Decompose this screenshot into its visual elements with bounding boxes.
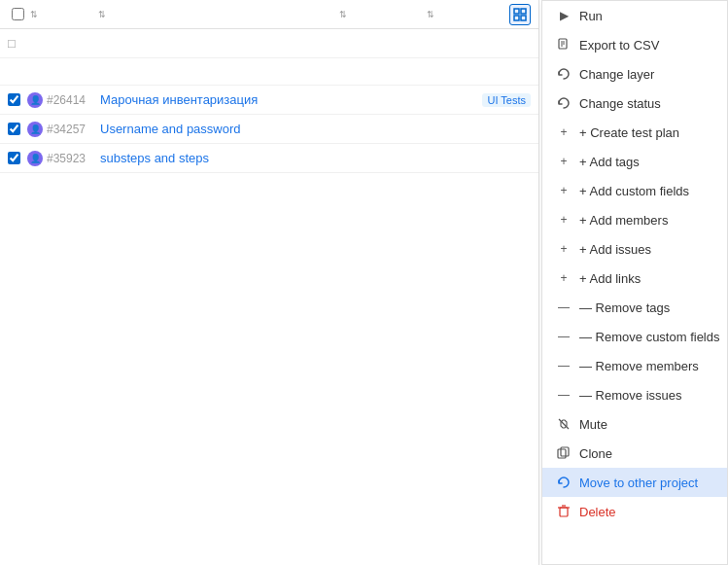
table-header: ⇅ ⇅ ⇅ ⇅ <box>0 0 538 29</box>
menu-item-delete[interactable]: Delete <box>542 497 727 526</box>
menu-item-clone[interactable]: Clone <box>542 439 727 468</box>
checkbox-input-1[interactable] <box>8 123 20 135</box>
name-sort-icon: ⇅ <box>98 10 106 19</box>
row-id-2: #35923 <box>47 152 100 165</box>
add-testcase-row[interactable] <box>0 58 538 86</box>
main-table-area: ⇅ ⇅ ⇅ ⇅ □ <box>0 0 539 565</box>
svg-rect-2 <box>514 16 519 20</box>
remove_custom_fields-minus-icon: — <box>556 329 572 344</box>
menu-item-remove_issues[interactable]: —— Remove issues <box>542 380 727 409</box>
menu-label-add_links: + Add links <box>579 271 641 286</box>
remove_members-minus-icon: — <box>556 358 572 373</box>
menu-label-move_to_other: Move to other project <box>579 476 698 490</box>
svg-rect-9 <box>558 449 566 458</box>
delete-icon <box>556 504 572 519</box>
remove_tags-minus-icon: — <box>556 300 572 315</box>
select-all-checkbox[interactable] <box>12 8 24 20</box>
row-checkbox-0[interactable] <box>8 93 27 106</box>
row-checkbox-2[interactable] <box>8 152 27 164</box>
menu-label-remove_custom_fields: — Remove custom fields <box>579 330 720 344</box>
svg-rect-11 <box>560 508 568 516</box>
row-name-2[interactable]: substeps and steps <box>100 151 531 165</box>
context-menu: ▶Run Export to CSV Change layer Change s… <box>541 0 728 565</box>
table-row[interactable]: 👤 #34257 Username and password <box>0 115 538 144</box>
user-avatar-2: 👤 <box>27 151 43 166</box>
checkbox-input-0[interactable] <box>8 93 20 106</box>
menu-label-change_layer: Change layer <box>579 67 654 82</box>
status-sort-icon: ⇅ <box>339 10 347 19</box>
menu-item-change_layer[interactable]: Change layer <box>542 59 727 88</box>
checkbox-input-2[interactable] <box>8 152 20 164</box>
data-rows-container: 👤 #26414 Марочная инвентаризация UI Test… <box>0 86 538 173</box>
menu-item-export_csv[interactable]: Export to CSV <box>542 30 727 59</box>
create_test_plan-plus-icon: + <box>556 124 572 140</box>
add_custom_fields-plus-icon: + <box>556 183 572 198</box>
menu-label-add_tags: + Add tags <box>579 155 640 169</box>
header-status[interactable]: ⇅ <box>336 10 424 19</box>
menu-label-delete: Delete <box>579 505 616 519</box>
menu-label-mute: Mute <box>579 417 607 432</box>
menu-label-clone: Clone <box>579 446 612 461</box>
menu-label-remove_tags: — Remove tags <box>579 300 670 315</box>
menu-label-add_issues: + Add issues <box>579 242 651 257</box>
menu-item-add_links[interactable]: ++ Add links <box>542 264 727 293</box>
change_layer-icon <box>556 66 572 82</box>
menu-label-remove_issues: — Remove issues <box>579 388 681 403</box>
menu-item-add_tags[interactable]: ++ Add tags <box>542 147 727 176</box>
svg-rect-1 <box>521 9 526 14</box>
add_members-plus-icon: + <box>556 212 572 228</box>
row-id-0: #26414 <box>47 93 100 107</box>
id-sort-icon: ⇅ <box>30 10 38 19</box>
add_issues-plus-icon: + <box>556 241 572 257</box>
menu-label-run: Run <box>579 9 603 23</box>
row-id-1: #34257 <box>47 123 100 136</box>
menu-label-export_csv: Export to CSV <box>579 38 659 53</box>
grid-icon <box>513 8 527 21</box>
change_status-icon <box>556 95 572 111</box>
menu-item-add_members[interactable]: ++ Add members <box>542 205 727 234</box>
menu-label-change_status: Change status <box>579 96 661 111</box>
folder-icon: □ <box>8 36 16 51</box>
svg-rect-10 <box>561 447 569 456</box>
menu-item-remove_members[interactable]: —— Remove members <box>542 351 727 380</box>
add_links-plus-icon: + <box>556 270 572 286</box>
clone-icon <box>556 445 572 461</box>
svg-rect-3 <box>521 16 526 20</box>
menu-item-mute[interactable]: Mute <box>542 409 727 439</box>
row-name-0[interactable]: Марочная инвентаризация <box>100 92 476 107</box>
remove_issues-minus-icon: — <box>556 387 572 403</box>
header-id[interactable]: ⇅ <box>27 10 95 19</box>
table-row[interactable]: 👤 #35923 substeps and steps <box>0 144 538 173</box>
table-row[interactable]: 👤 #26414 Марочная инвентаризация UI Test… <box>0 86 538 115</box>
menu-item-add_custom_fields[interactable]: ++ Add custom fields <box>542 176 727 205</box>
feature-row[interactable]: □ <box>0 29 538 58</box>
row-checkbox-1[interactable] <box>8 123 27 135</box>
export-icon <box>556 37 572 53</box>
menu-label-add_custom_fields: + Add custom fields <box>579 184 689 198</box>
tag-badge-0: UI Tests <box>482 93 531 107</box>
header-checkbox[interactable] <box>8 8 27 20</box>
menu-item-remove_custom_fields[interactable]: —— Remove custom fields <box>542 322 727 351</box>
date-sort-icon: ⇅ <box>427 10 434 19</box>
menu-item-add_issues[interactable]: ++ Add issues <box>542 234 727 264</box>
menu-label-remove_members: — Remove members <box>579 359 699 373</box>
svg-rect-0 <box>514 9 519 14</box>
add_tags-plus-icon: + <box>556 154 572 169</box>
menu-item-change_status[interactable]: Change status <box>542 88 727 118</box>
user-avatar-1: 👤 <box>27 122 43 137</box>
header-name[interactable]: ⇅ <box>95 10 336 19</box>
row-name-1[interactable]: Username and password <box>100 122 531 136</box>
user-avatar-0: 👤 <box>27 92 43 108</box>
menu-item-move_to_other[interactable]: Move to other project <box>542 468 727 497</box>
move_to_other-icon <box>556 475 572 490</box>
menu-label-add_members: + Add members <box>579 213 668 228</box>
grid-view-button[interactable] <box>509 4 531 25</box>
menu-label-create_test_plan: + Create test plan <box>579 125 679 140</box>
run-icon: ▶ <box>556 8 572 23</box>
menu-item-create_test_plan[interactable]: ++ Create test plan <box>542 118 727 147</box>
menu-item-run[interactable]: ▶Run <box>542 1 727 30</box>
menu-item-remove_tags[interactable]: —— Remove tags <box>542 293 727 322</box>
mute-icon <box>556 416 572 432</box>
